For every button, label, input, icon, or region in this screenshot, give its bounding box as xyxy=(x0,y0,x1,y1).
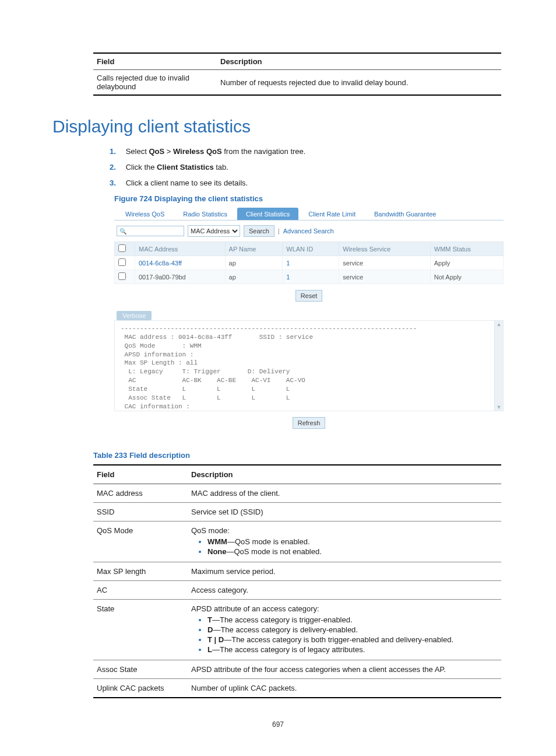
search-input[interactable]: 🔍 xyxy=(117,226,184,236)
cell-wmm: Apply xyxy=(430,256,503,270)
steps-list: 1. Select QoS > Wireless QoS from the na… xyxy=(110,147,504,187)
td-field: State xyxy=(93,600,188,660)
table-row: 0017-9a00-79bd ap 1 service Not Apply xyxy=(115,270,504,284)
td-field: Uplink CAC packets xyxy=(93,679,188,698)
field-description-table: Field Description MAC address MAC addres… xyxy=(93,464,501,698)
table233-caption: Table 233 Field description xyxy=(93,451,504,460)
mac-link[interactable]: 0014-6c8a-43ff xyxy=(135,256,226,270)
tab-wireless-qos[interactable]: Wireless QoS xyxy=(117,208,173,220)
td-field: Max SP length xyxy=(93,562,188,581)
row-checkbox[interactable] xyxy=(118,272,126,280)
td-desc: APSD attribute of the four access catego… xyxy=(188,660,501,679)
td-field: Calls rejected due to invalid delaybound xyxy=(93,70,217,96)
step-number: 1. xyxy=(110,147,124,156)
cell-wlanid: 1 xyxy=(283,270,339,284)
tab-bandwidth-guarantee[interactable]: Bandwidth Guarantee xyxy=(365,208,445,220)
client-grid: MAC Address AP Name WLAN ID Wireless Ser… xyxy=(114,242,504,284)
td-desc: APSD attribute of an access category: T—… xyxy=(188,600,501,660)
cell-service: service xyxy=(339,270,430,284)
td-description: Number of requests rejected due to inval… xyxy=(217,70,501,96)
td-field: AC xyxy=(93,581,188,600)
advanced-search-link[interactable]: Advanced Search xyxy=(283,228,334,235)
screenshot-figure: Wireless QoS Radio Statistics Client Sta… xyxy=(114,208,504,435)
intro-field-table: Field Description Calls rejected due to … xyxy=(93,52,501,96)
tab-client-rate-limit[interactable]: Client Rate Limit xyxy=(300,208,364,220)
cell-wlanid: 1 xyxy=(283,256,339,270)
scrollbar[interactable]: ▲ ▼ xyxy=(494,321,503,411)
tab-radio-statistics[interactable]: Radio Statistics xyxy=(174,208,236,220)
tab-bar: Wireless QoS Radio Statistics Client Sta… xyxy=(114,208,504,220)
th-field: Field xyxy=(93,465,188,484)
col-apname: AP Name xyxy=(225,242,283,256)
cell-apname: ap xyxy=(225,270,283,284)
scroll-down-icon[interactable]: ▼ xyxy=(496,404,502,410)
td-field: QoS Mode xyxy=(93,522,188,562)
table-row: 0014-6c8a-43ff ap 1 service Apply xyxy=(115,256,504,270)
th-description: Description xyxy=(217,53,501,70)
search-icon: 🔍 xyxy=(119,228,126,235)
td-field: MAC address xyxy=(93,484,188,503)
search-field-select[interactable]: MAC Address xyxy=(188,225,240,237)
tab-client-statistics[interactable]: Client Statistics xyxy=(237,208,298,220)
section-heading: Displaying client statistics xyxy=(52,117,504,136)
td-desc: QoS mode: WMM—QoS mode is enabled. None—… xyxy=(188,522,501,562)
search-bar: 🔍 MAC Address Search | Advanced Search xyxy=(114,220,504,242)
verbose-text: ----------------------------------------… xyxy=(115,321,503,411)
cell-wmm: Not Apply xyxy=(430,270,503,284)
refresh-button[interactable]: Refresh xyxy=(293,417,326,429)
scroll-up-icon[interactable]: ▲ xyxy=(496,321,502,327)
reset-button[interactable]: Reset xyxy=(295,290,323,302)
col-wlanid: WLAN ID xyxy=(283,242,339,256)
verbose-output: ----------------------------------------… xyxy=(114,320,504,411)
td-desc: MAC address of the client. xyxy=(188,484,501,503)
cell-mac: 0017-9a00-79bd xyxy=(135,270,226,284)
page-number: 697 xyxy=(52,720,504,729)
step-text: Click a client name to see its details. xyxy=(126,178,248,187)
th-field: Field xyxy=(93,53,217,70)
td-desc: Maximum service period. xyxy=(188,562,501,581)
col-wmm: WMM Status xyxy=(430,242,503,256)
cell-apname: ap xyxy=(225,256,283,270)
cell-service: service xyxy=(339,256,430,270)
col-service: Wireless Service xyxy=(339,242,430,256)
select-all-checkbox[interactable] xyxy=(118,244,126,252)
td-field: Assoc State xyxy=(93,660,188,679)
step-number: 2. xyxy=(110,163,124,172)
row-checkbox[interactable] xyxy=(118,258,126,266)
col-mac: MAC Address xyxy=(135,242,226,256)
search-button[interactable]: Search xyxy=(244,225,275,237)
td-desc: Access category. xyxy=(188,581,501,600)
td-field: SSID xyxy=(93,503,188,522)
step-text: Click the Client Statistics tab. xyxy=(126,163,228,172)
step-text: Select QoS > Wireless QoS from the navig… xyxy=(126,147,306,156)
figure-caption: Figure 724 Displaying the client statist… xyxy=(114,194,504,203)
th-description: Description xyxy=(188,465,501,484)
td-desc: Number of uplink CAC packets. xyxy=(188,679,501,698)
td-desc: Service set ID (SSID) xyxy=(188,503,501,522)
step-number: 3. xyxy=(110,178,124,187)
verbose-label: Verbose xyxy=(117,311,152,320)
